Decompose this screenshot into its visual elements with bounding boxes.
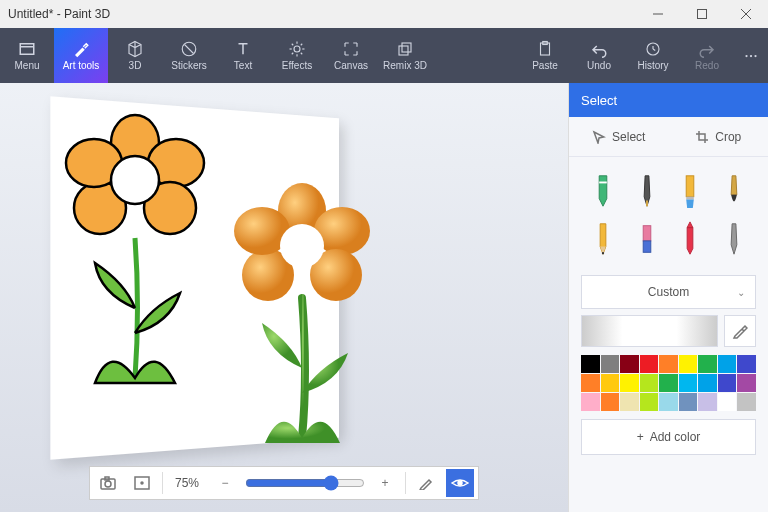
color-palette	[581, 355, 756, 411]
watercolor-brush[interactable]	[714, 169, 754, 213]
side-panel: Select Select Crop Custom ⌄ + Add color	[568, 83, 768, 512]
text-button[interactable]: Text	[216, 28, 270, 83]
current-color-swatch[interactable]	[581, 315, 718, 347]
svg-point-45	[141, 482, 143, 484]
toolbar: Menu Art tools 3D Stickers Text Effects …	[0, 28, 768, 83]
thickness-dropdown[interactable]: Custom ⌄	[581, 275, 756, 309]
plus-icon: +	[637, 430, 644, 444]
color-swatch[interactable]	[601, 393, 620, 411]
svg-line-18	[301, 44, 303, 46]
svg-line-7	[185, 45, 194, 54]
svg-point-27	[750, 54, 752, 56]
color-swatch[interactable]	[718, 374, 737, 392]
svg-point-46	[458, 481, 462, 485]
svg-point-26	[745, 54, 747, 56]
svg-rect-52	[643, 241, 651, 252]
svg-point-50	[602, 252, 604, 254]
svg-rect-49	[687, 197, 695, 200]
more-button[interactable]	[734, 28, 768, 83]
close-button[interactable]	[724, 0, 768, 28]
svg-rect-51	[643, 226, 651, 241]
color-swatch[interactable]	[737, 393, 756, 411]
color-swatch[interactable]	[659, 355, 678, 373]
zoom-in-button[interactable]: +	[371, 469, 399, 497]
zoom-out-button[interactable]: −	[211, 469, 239, 497]
marker-brush[interactable]	[583, 169, 623, 213]
color-swatch[interactable]	[698, 374, 717, 392]
color-swatch[interactable]	[581, 393, 600, 411]
svg-point-40	[280, 224, 324, 268]
color-swatch[interactable]	[698, 393, 717, 411]
paste-button[interactable]: Paste	[518, 28, 572, 83]
color-swatch[interactable]	[620, 393, 639, 411]
color-swatch[interactable]	[601, 374, 620, 392]
color-swatch[interactable]	[601, 355, 620, 373]
color-swatch[interactable]	[620, 374, 639, 392]
edit-icon[interactable]	[412, 469, 440, 497]
svg-rect-47	[599, 182, 607, 184]
art-tools-button[interactable]: Art tools	[54, 28, 108, 83]
view-3d-button[interactable]	[446, 469, 474, 497]
flower-3d	[210, 183, 400, 463]
svg-line-17	[292, 53, 294, 55]
eraser-brush[interactable]	[627, 217, 667, 261]
color-swatch[interactable]	[659, 393, 678, 411]
eyedropper-button[interactable]	[724, 315, 756, 347]
svg-point-10	[294, 46, 300, 52]
svg-line-15	[292, 44, 294, 46]
crayon-brush[interactable]	[671, 217, 711, 261]
color-swatch[interactable]	[679, 355, 698, 373]
maximize-button[interactable]	[680, 0, 724, 28]
svg-rect-48	[687, 176, 695, 197]
color-swatch[interactable]	[718, 355, 737, 373]
add-color-button[interactable]: + Add color	[581, 419, 756, 455]
color-swatch[interactable]	[581, 355, 600, 373]
color-swatch[interactable]	[620, 355, 639, 373]
menu-button[interactable]: Menu	[0, 28, 54, 83]
redo-button[interactable]: Redo	[680, 28, 734, 83]
svg-point-42	[105, 481, 111, 487]
titlebar: Untitled* - Paint 3D	[0, 0, 768, 28]
color-swatch[interactable]	[737, 374, 756, 392]
pixel-pen-brush[interactable]	[714, 217, 754, 261]
oil-brush[interactable]	[671, 169, 711, 213]
history-button[interactable]: History	[626, 28, 680, 83]
brush-grid	[569, 157, 768, 269]
color-swatch[interactable]	[581, 374, 600, 392]
undo-button[interactable]: Undo	[572, 28, 626, 83]
canvas-area[interactable]: 75% − +	[0, 83, 568, 512]
color-swatch[interactable]	[679, 374, 698, 392]
color-swatch[interactable]	[640, 355, 659, 373]
color-swatch[interactable]	[659, 374, 678, 392]
crop-tool[interactable]: Crop	[669, 117, 769, 156]
svg-rect-4	[20, 44, 34, 55]
panel-title: Select	[569, 83, 768, 117]
color-swatch[interactable]	[718, 393, 737, 411]
color-swatch[interactable]	[679, 393, 698, 411]
svg-point-34	[111, 156, 159, 204]
zoom-slider[interactable]	[245, 475, 365, 491]
svg-point-28	[754, 54, 756, 56]
effects-button[interactable]: Effects	[270, 28, 324, 83]
color-swatch[interactable]	[640, 374, 659, 392]
svg-rect-19	[399, 46, 408, 55]
zoom-value: 75%	[169, 476, 205, 490]
color-swatch[interactable]	[640, 393, 659, 411]
calligraphy-brush[interactable]	[627, 169, 667, 213]
remix-3d-button[interactable]: Remix 3D	[378, 28, 432, 83]
window-title: Untitled* - Paint 3D	[8, 7, 110, 21]
select-tool[interactable]: Select	[569, 117, 669, 156]
color-swatch[interactable]	[737, 355, 756, 373]
camera-icon[interactable]	[94, 469, 122, 497]
zoom-bar: 75% − +	[89, 466, 479, 500]
svg-rect-20	[402, 43, 411, 52]
pencil-brush[interactable]	[583, 217, 623, 261]
stickers-button[interactable]: Stickers	[162, 28, 216, 83]
canvas-button[interactable]: Canvas	[324, 28, 378, 83]
minimize-button[interactable]	[636, 0, 680, 28]
fit-screen-icon[interactable]	[128, 469, 156, 497]
3d-button[interactable]: 3D	[108, 28, 162, 83]
chevron-down-icon: ⌄	[737, 287, 745, 298]
color-swatch[interactable]	[698, 355, 717, 373]
svg-line-25	[653, 49, 655, 51]
